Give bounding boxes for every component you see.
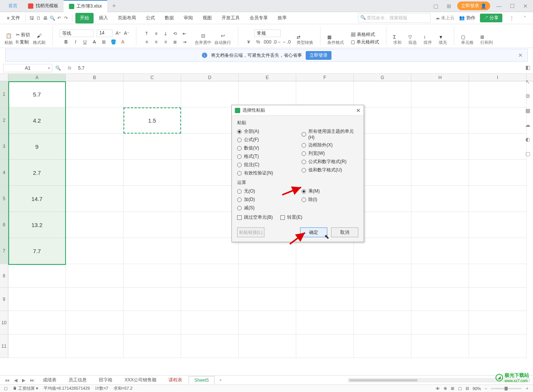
font-name-select[interactable]: 等线 (59, 30, 94, 37)
align-middle-icon[interactable]: ≡ (153, 30, 159, 37)
cell-F9[interactable] (296, 288, 354, 311)
sheet-tab-3[interactable]: XXX公司销售额 (119, 375, 162, 385)
status-mode-icon[interactable]: ▢ (4, 386, 8, 391)
border-icon[interactable]: ⊞ (100, 39, 107, 45)
font-color-icon[interactable]: A (119, 39, 126, 45)
fill-button[interactable]: ▼填充 (439, 34, 447, 45)
cell-A9[interactable] (8, 288, 66, 311)
cell-A4[interactable]: 2.7 (8, 160, 66, 186)
add-sheet-button[interactable]: ＋ (215, 377, 226, 383)
radio-op-add[interactable]: 加(D) (237, 196, 294, 203)
col-header-d[interactable]: D (181, 74, 239, 81)
view-break-icon[interactable]: ⊟ (466, 386, 469, 391)
cell-C11[interactable] (123, 334, 181, 358)
command-search[interactable]: 🔍 查找命令、搜索模板 (358, 13, 431, 23)
cell-B5[interactable] (66, 186, 123, 212)
row-header-2[interactable]: 2 (0, 107, 8, 134)
select-all-corner[interactable] (0, 74, 8, 81)
menu-efficiency[interactable]: 效率 (273, 13, 291, 23)
col-header-f[interactable]: F (296, 74, 354, 81)
sheet-nav-next[interactable]: ▶ (20, 378, 27, 383)
cell-A11[interactable] (8, 334, 66, 358)
view-page-icon[interactable]: ▢ (458, 386, 462, 391)
align-left-icon[interactable]: ≡ (143, 39, 150, 45)
status-target-icon[interactable]: ⊕ (444, 386, 447, 391)
sheet-tab-0[interactable]: 成绩表 (37, 375, 62, 385)
name-box[interactable]: A1 (3, 64, 52, 72)
sum-button[interactable]: Σ求和 (393, 34, 402, 45)
col-header-i[interactable]: I (469, 74, 527, 81)
comma-icon[interactable]: 000 (264, 39, 271, 45)
maximize-button[interactable]: ☐ (508, 3, 517, 9)
cell-I4[interactable] (469, 160, 527, 186)
increase-font-icon[interactable]: A⁺ (116, 31, 121, 36)
col-header-e[interactable]: E (239, 74, 296, 81)
bold-icon[interactable]: B (63, 39, 69, 45)
undo-icon[interactable]: ↶ (56, 15, 62, 21)
radio-paste-formula-num[interactable]: 公式和数字格式(R) (302, 159, 358, 165)
menu-dev[interactable]: 开发工具 (217, 13, 244, 23)
cell-H1[interactable] (411, 81, 469, 107)
cell-I5[interactable] (469, 186, 527, 212)
cell-H9[interactable] (411, 288, 469, 311)
sheet-nav-last[interactable]: ⏭ (28, 378, 36, 383)
cell-I6[interactable] (469, 212, 527, 238)
zoom-out-icon[interactable]: − (485, 386, 487, 391)
layout-icon[interactable]: ▢ (431, 3, 441, 9)
row-header-4[interactable]: 4 (0, 160, 8, 186)
cell-F8[interactable] (296, 264, 354, 288)
cell-B9[interactable] (66, 288, 123, 311)
cond-format-button[interactable]: ▦条件格式 (327, 34, 344, 45)
cell-I8[interactable] (469, 264, 527, 288)
tip-login-button[interactable]: 立即登录 (306, 51, 331, 60)
print-icon[interactable]: 🖶 (42, 15, 48, 21)
cell-D9[interactable] (181, 288, 239, 311)
cell-C5[interactable] (123, 186, 181, 212)
radio-paste-noborder[interactable]: 边框除外(X) (302, 142, 358, 148)
cell-I11[interactable] (469, 334, 527, 358)
col-header-g[interactable]: G (354, 74, 411, 81)
format-painter[interactable]: 🖌格式刷 (33, 32, 45, 45)
side-tool-7[interactable]: ▢ (525, 151, 530, 157)
cell-E10[interactable] (239, 311, 296, 334)
justify-icon[interactable]: ≣ (172, 39, 178, 45)
cell-H7[interactable] (411, 238, 469, 264)
radio-op-sub[interactable]: 减(S) (237, 205, 294, 211)
cut-button[interactable]: ✂ 剪切 (16, 32, 30, 38)
menu-formula[interactable]: 公式 (141, 13, 159, 23)
row-col-button[interactable]: ⊞行和列 (480, 34, 493, 45)
cell-G11[interactable] (354, 334, 411, 358)
cell-C6[interactable] (123, 212, 181, 238)
dec-inc-icon[interactable]: .0→ (274, 39, 280, 45)
cell-B11[interactable] (66, 334, 123, 358)
menu-data[interactable]: 数据 (160, 13, 178, 23)
cell-D1[interactable] (181, 81, 239, 107)
tip-close-button[interactable]: ✕ (518, 52, 523, 58)
cell-H10[interactable] (411, 311, 469, 334)
zoom-in-icon[interactable]: ＋ (525, 386, 529, 391)
cell-B6[interactable] (66, 212, 123, 238)
number-format-select[interactable]: 常规 (254, 30, 281, 37)
grid-icon[interactable]: ⊞ (444, 3, 453, 9)
col-header-b[interactable]: B (66, 74, 123, 81)
row-header-3[interactable]: 3 (0, 134, 8, 160)
cell-C3[interactable] (123, 134, 181, 160)
indent-left-icon[interactable]: ⇤ (181, 30, 188, 37)
collab-button[interactable]: 👥 协作 (459, 15, 475, 21)
sheet-tab-4[interactable]: 课程表 (163, 375, 188, 385)
cell-G8[interactable] (354, 264, 411, 288)
menu-insert[interactable]: 插入 (94, 13, 113, 23)
cell-A2[interactable]: 4.2 (8, 107, 66, 134)
cell-C1[interactable] (123, 81, 181, 107)
indent-right-icon[interactable]: ⇥ (181, 39, 188, 45)
cell-F10[interactable] (296, 311, 354, 334)
cell-H8[interactable] (411, 264, 469, 288)
cell-D10[interactable] (181, 311, 239, 334)
row-header-5[interactable]: 5 (0, 186, 8, 212)
ribbon-collapse[interactable]: ˄ (521, 15, 528, 21)
menu-start[interactable]: 开始 (75, 13, 94, 23)
radio-paste-value[interactable]: 数值(V) (237, 145, 294, 151)
save-icon[interactable]: 🖫 (29, 15, 35, 21)
new-icon[interactable]: 🗋 (36, 15, 42, 21)
app-tab-workbook[interactable]: 工作簿3.xlsx (64, 0, 107, 12)
